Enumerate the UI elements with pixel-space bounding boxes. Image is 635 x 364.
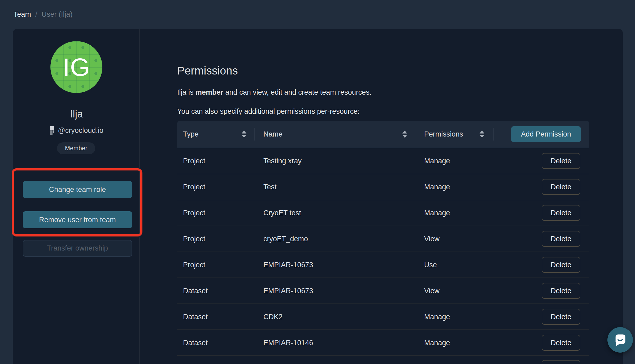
delete-button[interactable]: Delete	[542, 231, 580, 247]
cell-type: Project	[183, 235, 263, 243]
cell-permission: View	[424, 235, 542, 243]
table-row: Project EMPIAR-10673 Use Delete	[177, 252, 589, 278]
sort-icon-name[interactable]	[402, 131, 407, 138]
user-email: @cryocloud.io	[58, 126, 103, 135]
chat-widget-button[interactable]	[607, 327, 633, 353]
cell-type: Project	[183, 157, 263, 165]
sort-icon-permissions[interactable]	[480, 131, 484, 138]
delete-button[interactable]: Delete	[542, 257, 580, 273]
page-title: Permissions	[177, 64, 238, 77]
avatar-initials: IG	[63, 53, 90, 82]
table-row: Project Testing xray Manage Delete	[177, 148, 589, 174]
change-team-role-button[interactable]: Change team role	[23, 181, 132, 198]
permissions-subtext: You can also specify additional permissi…	[177, 107, 360, 116]
table-row: Project Test Manage Delete	[177, 174, 589, 200]
delete-button[interactable]: Delete	[542, 283, 580, 299]
cell-type: Dataset	[183, 313, 263, 321]
delete-button[interactable]: Delete	[542, 205, 580, 221]
cell-name: EMPIAR-10673	[263, 287, 424, 295]
cell-name: CDK2	[263, 313, 424, 321]
table-row: Project CryoET test Manage Delete	[177, 200, 589, 226]
table-row: Dataset EMPIAR-10673 View Delete	[177, 278, 589, 304]
permissions-table: Type Name Permissions Add Permission Pro…	[177, 121, 589, 363]
user-name: Ilja	[13, 108, 140, 120]
cell-permission: Use	[424, 261, 542, 269]
delete-button[interactable]: Delete	[542, 335, 580, 351]
sort-icon-type[interactable]	[242, 131, 246, 138]
breadcrumb-separator: /	[35, 10, 37, 19]
delete-button[interactable]: Delete	[542, 360, 580, 363]
cell-name: EMPIAR-10146	[263, 339, 424, 347]
permissions-table-header: Type Name Permissions Add Permission	[177, 121, 589, 148]
delete-button[interactable]: Delete	[542, 179, 580, 195]
cell-name: CryoET test	[263, 209, 424, 217]
user-email-row: @cryocloud.io	[13, 126, 140, 135]
column-header-type: Type	[183, 130, 199, 138]
cell-permission: Manage	[424, 209, 542, 217]
delete-button[interactable]: Delete	[542, 309, 580, 325]
cell-type: Project	[183, 261, 263, 269]
redacted-pixels-icon	[49, 126, 56, 135]
column-header-permissions: Permissions	[424, 130, 463, 138]
table-row: Dataset CDK2 Manage Delete	[177, 304, 589, 330]
breadcrumb-current-page: User (Ilja)	[42, 10, 73, 19]
cell-type: Dataset	[183, 287, 263, 295]
cell-name: cryoET_demo	[263, 235, 424, 243]
cell-name: Test	[263, 183, 424, 191]
cell-permission: View	[424, 287, 542, 295]
cell-name: EMPIAR-10673	[263, 261, 424, 269]
header-divider	[254, 128, 255, 141]
cell-permission: Manage	[424, 339, 542, 347]
user-profile-sidebar: IG Ilja @cryocloud.io Member Change team…	[13, 29, 140, 364]
cell-type: Project	[183, 183, 263, 191]
remove-user-from-team-button[interactable]: Remove user from team	[23, 211, 132, 228]
role-description-bold: member	[195, 88, 223, 96]
header-divider	[415, 128, 415, 141]
transfer-ownership-button: Transfer ownership	[23, 240, 132, 257]
column-header-name: Name	[263, 130, 282, 138]
table-row: Project cryoET_demo View Delete	[177, 226, 589, 252]
role-description: Ilja is member and can view, edit and cr…	[177, 88, 371, 97]
breadcrumb: Team / User (Ilja)	[14, 0, 73, 29]
role-badge: Member	[57, 142, 95, 154]
cell-permission: Manage	[424, 157, 542, 165]
table-row: Dataset EMPIAR-10146 Manage Delete	[177, 330, 589, 356]
header-divider	[493, 128, 494, 141]
table-row-partial: Delete	[177, 356, 589, 363]
chat-bubble-icon	[613, 333, 627, 347]
user-detail-card: IG Ilja @cryocloud.io Member Change team…	[13, 29, 623, 364]
add-permission-button[interactable]: Add Permission	[511, 126, 581, 142]
cell-permission: Manage	[424, 313, 542, 321]
cell-permission: Manage	[424, 183, 542, 191]
cell-name: Testing xray	[263, 157, 424, 165]
cell-type: Dataset	[183, 339, 263, 347]
breadcrumb-team-link[interactable]: Team	[14, 10, 31, 19]
page: Team / User (Ilja) IG Ilja @cryocloud.io…	[0, 0, 635, 364]
cell-type: Project	[183, 209, 263, 217]
avatar: IG	[50, 41, 102, 93]
delete-button[interactable]: Delete	[542, 153, 580, 169]
